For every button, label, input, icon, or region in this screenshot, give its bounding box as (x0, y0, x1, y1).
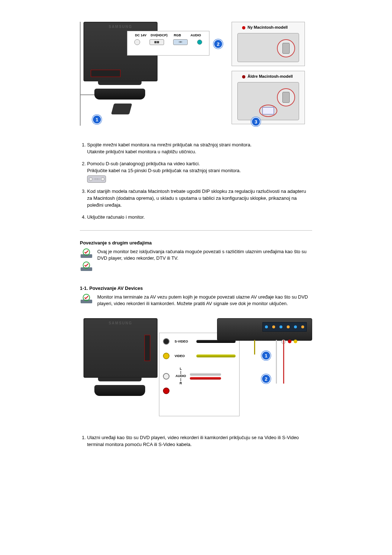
divider-1 (80, 230, 312, 231)
old-macintosh-box: Äldre Macintosh-modell (232, 71, 305, 124)
old-mac-label: Äldre Macintosh-modell (248, 74, 293, 78)
video-label: VIDEO (175, 354, 196, 358)
video-jack (163, 353, 170, 359)
figure-macintosh-connection: SAMSUNG DC 14V DVI(HDCP) RGB AUDIO ▥▥ ∷∷… (80, 22, 305, 131)
monitor-illustration: SAMSUNG (83, 318, 156, 394)
svg-rect-2 (81, 267, 92, 271)
svg-rect-0 (81, 254, 92, 258)
audio-white-cable (190, 373, 221, 376)
install-icon (80, 294, 97, 304)
socket-dc (134, 39, 140, 45)
av-step-1: Ulazni uređaji kao što su DVD playeri, v… (87, 434, 309, 448)
svideo-label: S-VIDEO (175, 340, 196, 343)
port-label-rgb: RGB (169, 33, 186, 37)
av-source-device (217, 318, 312, 341)
new-macintosh-box: Ny Macintosh-modell (232, 22, 305, 66)
audio-r-jack (163, 388, 170, 394)
socket-audio (197, 40, 202, 45)
port-enlargement-card: DC 14V DVI(HDCP) RGB AUDIO ▥▥ ∷∷ (127, 31, 209, 56)
callout-1: 1 (261, 351, 271, 360)
steps-list-2: Ulazni uređaji kao što su DVD playeri, v… (44, 434, 309, 448)
section-body-other-devices: Ovaj je monitor bez isključivanja računa… (97, 248, 312, 262)
info-row-av: Monitor ima terminale za AV vezu putem k… (80, 294, 312, 308)
callout-2: 2 (261, 374, 271, 384)
socket-rgb: ∷∷ (173, 39, 188, 45)
svg-rect-4 (81, 300, 92, 303)
callout-1: 1 (92, 115, 102, 124)
install-icon (80, 248, 97, 259)
figure-av-connection: SAMSUNG S-VIDEO VIDEO L | (80, 315, 312, 424)
audio-l-jack (163, 373, 170, 380)
audio-r-label: R (176, 382, 186, 385)
audio-red-cable (190, 377, 221, 380)
step-4: Uključite računalo i monitor. (87, 214, 309, 221)
steps-list-1: Spojite mrežni kabel monitora na mrežni … (44, 142, 309, 221)
step-2: Pomoću D-sub (analognog) priključka na v… (87, 161, 309, 183)
install-icon (80, 262, 97, 272)
power-adapter-illustration (113, 104, 142, 118)
video-cable (196, 355, 236, 357)
section-title-av: 1-1. Povezivanje AV Devices (80, 285, 348, 291)
new-mac-label: Ny Macintosh-modell (248, 25, 288, 29)
dsub-connector-icon: ∷∷∷ (87, 175, 106, 183)
socket-dvi: ▥▥ (150, 39, 164, 45)
svideo-jack (163, 338, 170, 345)
av-port-panel: S-VIDEO VIDEO L | AUDIO | R (159, 333, 240, 416)
port-label-dc: DC 14V (132, 33, 150, 37)
callout-2: 2 (213, 39, 223, 49)
port-label-audio: AUDIO (187, 33, 204, 37)
port-label-dvi: DVI(HDCP) (150, 33, 168, 37)
callout-3: 3 (251, 117, 261, 126)
info-row-other-devices: Ovaj je monitor bez isključivanja računa… (80, 248, 312, 275)
section-body-av: Monitor ima terminale za AV vezu putem k… (97, 294, 312, 308)
section-title-other-devices: Povezivanje s drugim uređajima (80, 240, 348, 246)
step-1: Spojite mrežni kabel monitora na mrežni … (87, 142, 309, 155)
step-3: Kod starijih modela računala Macintosh t… (87, 188, 309, 209)
